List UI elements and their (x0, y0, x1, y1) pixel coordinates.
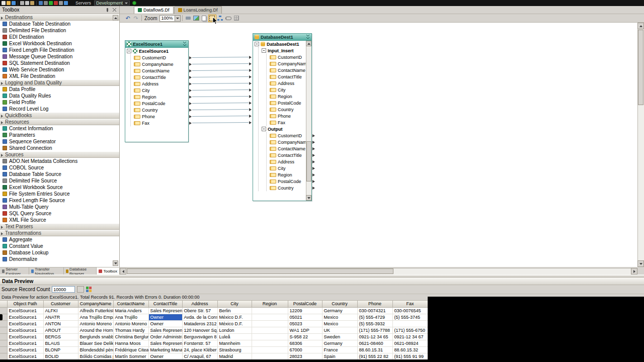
cell[interactable]: 0621-08924 (392, 340, 428, 346)
run-icon[interactable] (49, 1, 53, 5)
cell[interactable]: ExcelSource1 (7, 340, 43, 346)
output-port-icon[interactable] (249, 82, 252, 85)
output-port-icon[interactable] (249, 102, 252, 105)
cell[interactable]: Sales Represent (148, 340, 182, 346)
cell[interactable]: 12209 (288, 307, 322, 314)
cell[interactable]: Thomas Hardy (113, 327, 148, 333)
column-header[interactable]: City (217, 301, 252, 307)
cell[interactable]: Christina Berglun (113, 333, 148, 340)
field-row[interactable]: CompanyName (134, 61, 188, 67)
db-output-group-row[interactable]: Output (262, 126, 306, 132)
cell[interactable]: 28023 (288, 353, 322, 359)
output-port-icon[interactable] (312, 187, 315, 190)
zoom-select[interactable]: 100% (159, 15, 181, 22)
toolbox-item[interactable]: Excel Workbook Destination (0, 40, 119, 47)
field-row[interactable]: ContactName (270, 145, 306, 152)
cell[interactable]: ExcelSource1 (7, 346, 43, 353)
cell[interactable]: 68306 (288, 340, 322, 346)
cell[interactable]: (5) 555-4729 (357, 314, 392, 320)
field-row[interactable]: City (270, 165, 306, 171)
cell[interactable]: ANATR (43, 314, 78, 320)
column-header[interactable]: Object Path (7, 301, 43, 307)
cell[interactable]: Spain (322, 353, 357, 359)
field-row[interactable]: ContactName (270, 67, 306, 73)
cell[interactable]: 0921-12 34 67 (392, 333, 428, 340)
toolbox-item[interactable]: Parameters (0, 132, 119, 138)
cell[interactable]: Alfreds Futterkiste (78, 307, 113, 314)
redo-icon[interactable] (44, 1, 48, 5)
cell[interactable]: 24, place Kléber (182, 346, 217, 353)
cell[interactable]: Forsterstr. 57 (182, 340, 217, 346)
toolbox-item[interactable]: ADO.Net Metadata Collections (0, 158, 119, 164)
db-input-group-row[interactable]: Input_Insert (262, 47, 306, 54)
dock-tab-server-explorer[interactable]: Server Explorer (0, 267, 29, 275)
output-port-icon[interactable] (249, 69, 252, 72)
undo-icon[interactable] (39, 1, 43, 5)
cell[interactable]: México D.F. (217, 320, 252, 327)
field-row[interactable]: CompanyName (270, 60, 306, 67)
output-port-icon[interactable] (312, 147, 315, 150)
node-scrollbar[interactable] (306, 41, 311, 201)
record-count-input[interactable] (52, 286, 75, 293)
output-port-icon[interactable] (312, 160, 315, 163)
overview-icon[interactable] (232, 15, 240, 22)
cell[interactable]: 030-0076545 (392, 307, 428, 314)
cell[interactable]: Strasbourg (217, 346, 252, 353)
toolbox-item[interactable]: SQL Statement Destination (0, 60, 119, 66)
doc-tab[interactable]: LoansLoading.Df (174, 6, 222, 14)
row-selector[interactable] (0, 314, 7, 320)
pin-icon[interactable] (104, 7, 110, 13)
field-row[interactable]: City (134, 87, 188, 94)
toolbox-group-header[interactable]: Text Parsers (0, 223, 119, 230)
column-header[interactable]: Phone (357, 301, 392, 307)
cell[interactable]: ExcelSource1 (7, 353, 43, 359)
cell[interactable]: Sales Represent (148, 327, 182, 333)
cell[interactable]: ExcelSource1 (7, 314, 43, 320)
cell[interactable]: Sweden (322, 333, 357, 340)
field-row[interactable]: CustomerID (270, 132, 306, 139)
output-port-icon[interactable] (189, 63, 192, 66)
output-port-icon[interactable] (189, 89, 192, 92)
output-port-icon[interactable] (312, 154, 315, 157)
toolbox-item[interactable]: SQL Query Source (0, 210, 119, 217)
cell[interactable]: ExcelSource1 (7, 333, 43, 340)
column-header[interactable]: Region (252, 301, 288, 307)
export-image-icon[interactable] (192, 15, 200, 22)
paste-icon[interactable] (30, 1, 34, 5)
cell[interactable]: Germany (322, 340, 357, 346)
toolbox-item[interactable]: Fixed Length File Source (0, 197, 119, 204)
output-port-icon[interactable] (249, 56, 252, 59)
output-port-icon[interactable] (189, 109, 192, 112)
scrollbar-thumb[interactable] (306, 141, 311, 182)
toolbox-item[interactable]: Aggregate (0, 236, 119, 243)
cell[interactable]: Mexico (322, 320, 357, 327)
cell[interactable]: France (322, 346, 357, 353)
cell[interactable]: Owner (148, 314, 182, 320)
toolbox-item[interactable]: Message Queue Destination (0, 53, 119, 60)
cell[interactable]: 030-0074321 (357, 307, 392, 314)
cell[interactable]: Hanna Moos (113, 340, 148, 346)
cell[interactable]: Martín Sommer (113, 353, 148, 359)
output-port-icon[interactable] (312, 134, 315, 137)
toolbox-item[interactable]: Context Information (0, 125, 119, 132)
save-icon[interactable] (12, 1, 16, 5)
cell[interactable]: ExcelSource1 (7, 307, 43, 314)
toolbox-group-header[interactable]: Destinations (0, 14, 119, 21)
cell[interactable]: 05021 (288, 314, 322, 320)
cell[interactable]: 0921-12 34 65 (357, 333, 392, 340)
cell[interactable]: S-958 22 (288, 333, 322, 340)
row-selector[interactable] (0, 327, 7, 333)
toolbox-item[interactable]: Delimited File Source (0, 177, 119, 184)
column-header[interactable]: Customer (43, 301, 78, 307)
cell[interactable]: Avda. de la Const (182, 314, 217, 320)
scroll-up-button[interactable] (306, 41, 311, 46)
row-selector[interactable] (0, 333, 7, 340)
scroll-up-button[interactable] (637, 23, 644, 29)
row-selector[interactable] (0, 346, 7, 353)
cell[interactable]: Blauer See Delika (78, 340, 113, 346)
output-port-icon[interactable] (189, 96, 192, 99)
excel-source-node[interactable]: ExcelSource1 ExcelSource1 CustomerIDComp… (125, 40, 189, 142)
scroll-down-button[interactable] (113, 260, 118, 266)
cell[interactable]: (5) 555-3932 (357, 320, 392, 327)
output-port-icon[interactable] (189, 76, 192, 79)
